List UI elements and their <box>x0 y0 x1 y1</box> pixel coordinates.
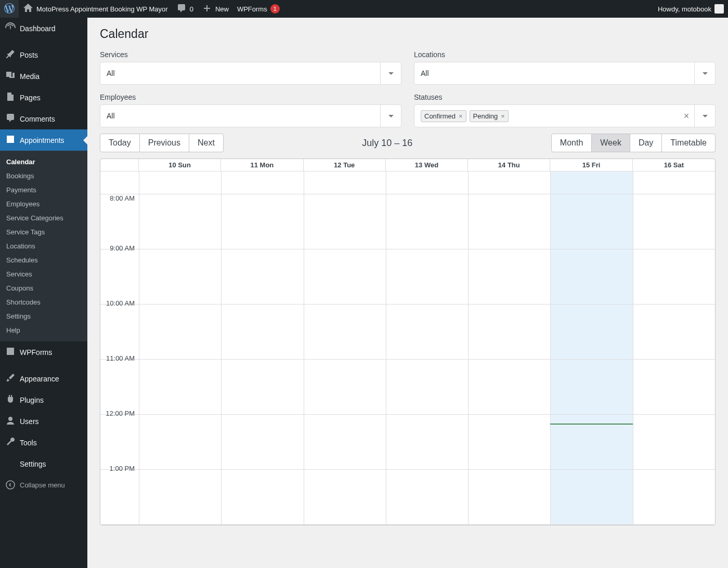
comments-link[interactable]: 0 <box>172 0 198 18</box>
day-column-sat[interactable] <box>633 171 715 525</box>
plug-icon <box>5 394 16 406</box>
chevron-down-icon <box>694 105 715 127</box>
brush-icon <box>5 373 16 385</box>
submenu-item-service-tags[interactable]: Service Tags <box>0 225 87 239</box>
day-column-tue[interactable] <box>304 171 386 525</box>
day-column-thu[interactable] <box>468 171 550 525</box>
today-button[interactable]: Today <box>100 134 140 152</box>
sidebar-item-users[interactable]: Users <box>0 411 87 432</box>
page-icon <box>5 91 16 103</box>
tag-remove-icon[interactable]: × <box>459 112 463 120</box>
comment-icon <box>5 113 16 125</box>
view-day-button[interactable]: Day <box>630 134 662 152</box>
admin-sidebar: Dashboard Posts Media Pages Comments App… <box>0 18 87 568</box>
svg-point-1 <box>6 481 15 489</box>
services-select[interactable]: All <box>100 62 401 85</box>
new-content-link[interactable]: New <box>198 0 233 18</box>
filter-locations: Locations All <box>414 50 716 85</box>
sidebar-item-tools[interactable]: Tools <box>0 432 87 453</box>
sidebar-label: Dashboard <box>20 24 56 33</box>
sidebar-item-appointments[interactable]: Appointments <box>0 129 87 151</box>
collapse-icon <box>5 480 16 490</box>
submenu-item-locations[interactable]: Locations <box>0 239 87 253</box>
sidebar-item-comments[interactable]: Comments <box>0 108 87 129</box>
day-column-fri[interactable] <box>550 171 632 525</box>
day-column-mon[interactable] <box>221 171 303 525</box>
tag-label: Pending <box>473 112 498 120</box>
next-button[interactable]: Next <box>189 134 224 152</box>
user-account-link[interactable]: Howdy, motobook <box>654 0 728 18</box>
filter-label: Statuses <box>414 93 716 101</box>
day-column-sun[interactable] <box>139 171 221 525</box>
pin-icon <box>5 49 16 61</box>
collapse-menu-button[interactable]: Collapse menu <box>0 474 87 495</box>
sidebar-item-media[interactable]: Media <box>0 65 87 87</box>
nav-button-group: Today Previous Next <box>100 134 224 152</box>
sidebar-item-appearance[interactable]: Appearance <box>0 368 87 389</box>
chevron-down-icon <box>694 62 715 84</box>
sidebar-item-pages[interactable]: Pages <box>0 87 87 108</box>
wp-logo[interactable] <box>0 0 19 18</box>
wpforms-badge: 1 <box>270 4 280 14</box>
tag-remove-icon[interactable]: × <box>501 112 505 120</box>
sliders-icon <box>5 458 16 470</box>
comment-icon <box>176 3 187 15</box>
time-gutter-header <box>100 159 139 171</box>
day-grid[interactable] <box>139 171 715 525</box>
view-week-button[interactable]: Week <box>592 134 630 152</box>
sidebar-label: Posts <box>20 51 38 59</box>
submenu-item-shortcodes[interactable]: Shortcodes <box>0 295 87 309</box>
submenu-item-service-categories[interactable]: Service Categories <box>0 211 87 225</box>
appointments-submenu: Calendar Bookings Payments Employees Ser… <box>0 151 87 341</box>
filter-label: Employees <box>100 93 401 101</box>
day-header: 14 Thu <box>468 159 550 171</box>
submenu-item-payments[interactable]: Payments <box>0 183 87 197</box>
day-column-wed[interactable] <box>386 171 468 525</box>
submenu-item-services[interactable]: Services <box>0 267 87 281</box>
wpforms-link[interactable]: WPForms1 <box>233 0 284 18</box>
time-slot: 12:00 PM <box>100 415 139 470</box>
filter-employees: Employees All <box>100 93 401 127</box>
view-timetable-button[interactable]: Timetable <box>662 134 716 152</box>
site-title: MotoPress Appointment Booking WP Mayor <box>36 5 168 13</box>
comments-count: 0 <box>190 5 193 13</box>
sidebar-item-plugins[interactable]: Plugins <box>0 389 87 411</box>
day-header: 15 Fri <box>550 159 632 171</box>
time-slot: 1:00 PM <box>100 470 139 525</box>
view-month-button[interactable]: Month <box>551 134 592 152</box>
sidebar-item-posts[interactable]: Posts <box>0 44 87 65</box>
view-button-group: Month Week Day Timetable <box>551 134 716 152</box>
calendar-icon <box>5 134 16 146</box>
day-header: 10 Sun <box>139 159 221 171</box>
submenu-item-settings[interactable]: Settings <box>0 309 87 323</box>
sidebar-item-dashboard[interactable]: Dashboard <box>0 18 87 39</box>
submenu-item-bookings[interactable]: Bookings <box>0 169 87 183</box>
sidebar-item-admin-settings[interactable]: Settings <box>0 453 87 474</box>
plus-icon <box>202 3 212 15</box>
employees-select[interactable]: All <box>100 104 401 127</box>
wrench-icon <box>5 437 16 448</box>
home-icon <box>23 3 33 15</box>
clear-all-icon[interactable]: × <box>679 111 694 122</box>
submenu-item-calendar[interactable]: Calendar <box>0 155 87 169</box>
submenu-item-schedules[interactable]: Schedules <box>0 253 87 267</box>
submenu-item-employees[interactable]: Employees <box>0 197 87 211</box>
admin-bar: MotoPress Appointment Booking WP Mayor 0… <box>0 0 728 18</box>
calendar-grid: 10 Sun 11 Mon 12 Tue 13 Wed 14 Thu 15 Fr… <box>100 158 716 525</box>
statuses-select[interactable]: Confirmed× Pending× × <box>414 104 716 127</box>
submenu-item-coupons[interactable]: Coupons <box>0 281 87 295</box>
sidebar-label: Media <box>20 72 40 81</box>
content-area: Calendar Services All Locations All <box>87 18 728 568</box>
dashboard-icon <box>5 22 16 34</box>
select-value: Confirmed× Pending× <box>414 110 679 122</box>
sidebar-label: WPForms <box>20 348 52 356</box>
svg-point-0 <box>8 417 12 421</box>
submenu-item-help[interactable]: Help <box>0 323 87 337</box>
tag-label: Confirmed <box>424 112 456 120</box>
sidebar-item-wpforms[interactable]: WPForms <box>0 341 87 363</box>
select-value: All <box>414 69 694 77</box>
locations-select[interactable]: All <box>414 62 716 85</box>
previous-button[interactable]: Previous <box>140 134 189 152</box>
site-link[interactable]: MotoPress Appointment Booking WP Mayor <box>19 0 172 18</box>
page-title: Calendar <box>100 27 716 41</box>
